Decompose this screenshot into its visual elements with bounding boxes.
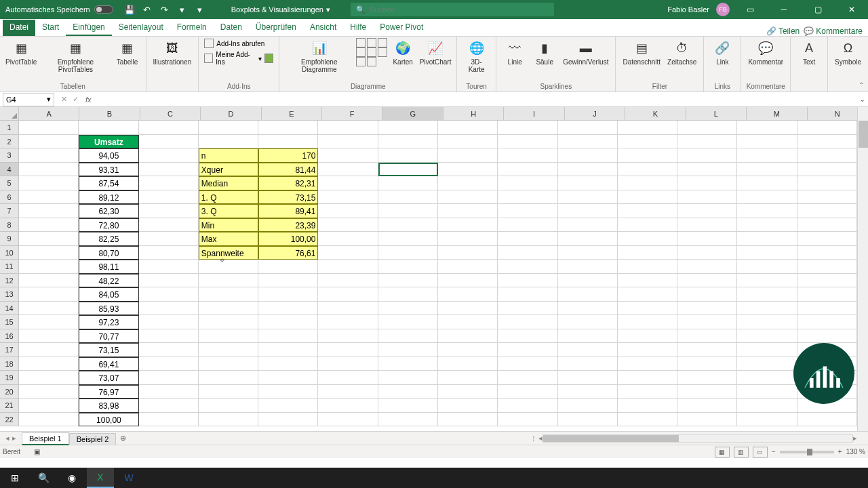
cell-B16[interactable]: 70,77	[79, 329, 138, 344]
cell-B9[interactable]: 82,25	[79, 232, 138, 246]
col-header-G[interactable]: G	[382, 107, 443, 120]
cell-G7[interactable]	[378, 204, 438, 218]
cell-N6[interactable]	[797, 190, 857, 205]
cell-H12[interactable]	[438, 274, 498, 288]
cell-N7[interactable]	[797, 204, 857, 218]
taskbar-obs-icon[interactable]: ◉	[58, 468, 85, 488]
cell-H9[interactable]	[438, 232, 498, 246]
cell-J8[interactable]	[558, 218, 618, 232]
cell-G15[interactable]	[378, 315, 438, 329]
cell-J11[interactable]	[558, 260, 618, 274]
row-header-14[interactable]: 14	[0, 302, 19, 316]
cell-F1[interactable]	[318, 121, 378, 135]
cell-I21[interactable]	[498, 399, 557, 413]
cell-N11[interactable]	[797, 260, 857, 274]
tab-start[interactable]: Start	[35, 20, 66, 36]
cell-L21[interactable]	[677, 399, 737, 413]
cell-E14[interactable]	[258, 302, 318, 316]
cell-B4[interactable]: 93,31	[79, 163, 138, 177]
cell-B7[interactable]: 62,30	[79, 204, 138, 218]
cell-C16[interactable]	[139, 329, 199, 344]
row-header-8[interactable]: 8	[0, 218, 19, 232]
pivotchart-button[interactable]: 📈PivotChart	[418, 38, 452, 67]
cell-J17[interactable]	[558, 343, 618, 357]
cell-L13[interactable]	[677, 287, 737, 302]
cell-N9[interactable]	[797, 232, 857, 246]
taskbar-excel-icon[interactable]: X	[87, 468, 114, 488]
cell-A8[interactable]	[19, 218, 79, 232]
cell-C14[interactable]	[139, 302, 199, 316]
row-header-9[interactable]: 9	[0, 232, 19, 246]
cell-A7[interactable]	[19, 204, 79, 218]
area-chart-icon[interactable]	[356, 47, 366, 57]
cell-E15[interactable]	[258, 315, 318, 329]
cell-D20[interactable]	[199, 385, 258, 399]
user-name[interactable]: Fabio Basler	[667, 5, 709, 14]
cell-H21[interactable]	[438, 399, 498, 413]
3dmap-button[interactable]: 🌐3D-Karte	[461, 38, 492, 75]
formula-input[interactable]	[94, 93, 856, 106]
cell-M10[interactable]	[737, 246, 797, 260]
toggle-off-icon[interactable]	[94, 5, 113, 14]
row-header-10[interactable]: 10	[0, 246, 19, 260]
line-chart-icon[interactable]	[367, 38, 376, 47]
cell-B19[interactable]: 73,07	[79, 371, 138, 385]
cell-G22[interactable]	[378, 413, 438, 427]
cell-N2[interactable]	[797, 135, 857, 149]
cell-C1[interactable]	[139, 121, 199, 135]
add-sheet-button[interactable]: ⊕	[116, 434, 130, 443]
cell-J12[interactable]	[558, 274, 618, 288]
cell-B1[interactable]	[79, 121, 138, 135]
text-button[interactable]: AText	[795, 38, 823, 67]
cell-H18[interactable]	[438, 357, 498, 371]
cell-L14[interactable]	[677, 302, 737, 316]
cell-K17[interactable]	[618, 343, 677, 357]
cell-M18[interactable]	[737, 357, 797, 371]
cell-G11[interactable]	[378, 260, 438, 274]
cell-N13[interactable]	[797, 287, 857, 302]
cell-F21[interactable]	[318, 399, 378, 413]
cell-A19[interactable]	[19, 371, 79, 385]
cell-C11[interactable]	[139, 260, 199, 274]
my-addins-button[interactable]: Meine Add-Ins ▾	[203, 50, 275, 66]
cell-K12[interactable]	[618, 274, 677, 288]
cell-N5[interactable]	[797, 176, 857, 190]
col-header-M[interactable]: M	[747, 107, 807, 120]
stock-chart-icon[interactable]	[367, 57, 376, 66]
cell-G1[interactable]	[378, 121, 438, 135]
cell-I3[interactable]	[498, 148, 557, 163]
cell-K19[interactable]	[618, 371, 677, 385]
row-header-17[interactable]: 17	[0, 343, 19, 357]
cell-G21[interactable]	[378, 399, 438, 413]
cell-G8[interactable]	[378, 218, 438, 232]
cell-I20[interactable]	[498, 385, 557, 399]
cell-N4[interactable]	[797, 163, 857, 177]
cell-H3[interactable]	[438, 148, 498, 163]
fx-icon[interactable]: fx	[83, 96, 94, 104]
cell-L2[interactable]	[677, 135, 737, 149]
redo-icon[interactable]: ↷	[159, 4, 170, 15]
cell-M11[interactable]	[737, 260, 797, 274]
zoom-out-button[interactable]: −	[772, 448, 776, 455]
tab-formeln[interactable]: Formeln	[170, 20, 214, 36]
cell-D18[interactable]	[199, 357, 258, 371]
cell-F19[interactable]	[318, 371, 378, 385]
cell-A6[interactable]	[19, 190, 79, 205]
cell-H20[interactable]	[438, 385, 498, 399]
cell-D12[interactable]	[199, 274, 258, 288]
cell-E12[interactable]	[258, 274, 318, 288]
sparkline-line-button[interactable]: 〰Linie	[500, 38, 529, 67]
cell-F18[interactable]	[318, 357, 378, 371]
cell-E11[interactable]	[258, 260, 318, 274]
cell-C19[interactable]	[139, 371, 199, 385]
chevron-down-icon[interactable]: ▾	[326, 5, 330, 14]
timeline-button[interactable]: ⏱Zeitachse	[665, 38, 699, 67]
row-header-15[interactable]: 15	[0, 315, 19, 329]
cell-B12[interactable]: 48,22	[79, 274, 138, 288]
cell-A9[interactable]	[19, 232, 79, 246]
cell-D5[interactable]: Median	[199, 176, 258, 190]
cell-G14[interactable]	[378, 302, 438, 316]
cell-A4[interactable]	[19, 163, 79, 177]
cell-K9[interactable]	[618, 232, 677, 246]
tab-powerpivot[interactable]: Power Pivot	[373, 20, 430, 36]
